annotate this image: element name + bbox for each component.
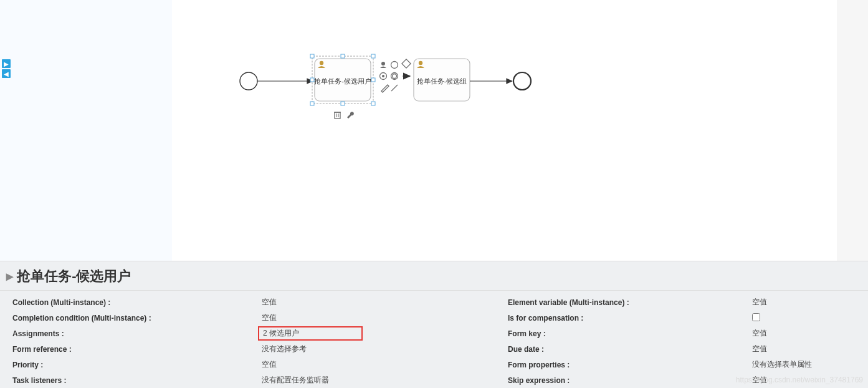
palette-toggle: ▶ ◀ xyxy=(2,59,11,79)
property-value[interactable]: 空值 xyxy=(748,328,868,339)
property-row[interactable]: Assignments :2 候选用户 xyxy=(0,326,508,341)
property-row[interactable]: Due date :空值 xyxy=(508,341,868,357)
properties-col-left: Collection (Multi-instance) :空值Completio… xyxy=(0,294,508,388)
svg-point-16 xyxy=(393,74,397,79)
property-value[interactable]: 没有选择参考 xyxy=(258,344,508,354)
gateway-icon[interactable] xyxy=(402,59,411,68)
user-icon[interactable] xyxy=(380,62,386,68)
bpmn-diagram[interactable]: 抢单任务-候选用户 xyxy=(172,0,836,261)
palette-collapse-icon[interactable]: ◀ xyxy=(2,69,11,78)
svg-rect-9 xyxy=(335,112,340,119)
property-label: Collection (Multi-instance) : xyxy=(0,298,258,307)
property-label: Completion condition (Multi-instance) : xyxy=(0,314,258,323)
property-label: Form properties : xyxy=(508,361,748,369)
user-task-1-label: 抢单任务-候选用户 xyxy=(314,77,371,85)
property-value[interactable]: 没有选择表单属性 xyxy=(748,359,868,370)
property-value[interactable] xyxy=(748,313,868,323)
property-label: Is for compensation : xyxy=(508,314,748,323)
property-value[interactable]: 空值 xyxy=(258,359,508,370)
event-icon[interactable] xyxy=(391,62,398,69)
watermark: https://blog.csdn.net/weixin_37481769 xyxy=(736,376,863,384)
end-event[interactable] xyxy=(513,72,531,90)
property-value[interactable]: 空值 xyxy=(748,297,868,308)
property-row[interactable]: Form key :空值 xyxy=(508,326,868,341)
property-row[interactable]: Element variable (Multi-instance) :空值 xyxy=(508,294,868,310)
wrench-icon[interactable] xyxy=(347,112,354,119)
svg-rect-5 xyxy=(371,78,375,82)
svg-point-17 xyxy=(419,61,422,65)
svg-rect-6 xyxy=(310,102,314,105)
svg-point-15 xyxy=(382,75,384,77)
property-label: Element variable (Multi-instance) : xyxy=(508,298,748,307)
delete-icon[interactable] xyxy=(334,112,341,119)
svg-point-0 xyxy=(320,61,323,65)
svg-rect-8 xyxy=(371,102,375,105)
palette-expand-icon[interactable]: ▶ xyxy=(2,59,11,68)
start-event[interactable] xyxy=(240,72,257,90)
property-label: Skip expression : xyxy=(508,376,748,385)
property-row[interactable]: Form reference :没有选择参考 xyxy=(0,341,508,357)
svg-rect-4 xyxy=(310,78,314,82)
association-icon[interactable] xyxy=(391,85,398,91)
svg-rect-14 xyxy=(402,59,411,68)
svg-rect-3 xyxy=(371,54,375,58)
canvas-main[interactable]: 抢单任务-候选用户 xyxy=(172,0,836,261)
property-row[interactable]: Is for compensation : xyxy=(508,310,868,326)
canvas-area: 抢单任务-候选用户 xyxy=(0,0,868,261)
property-value[interactable]: 空值 xyxy=(258,313,508,323)
canvas-right-gutter xyxy=(837,0,868,261)
property-value[interactable]: 空值 xyxy=(748,344,868,354)
svg-point-13 xyxy=(381,62,385,65)
property-value[interactable]: 没有配置任务监听器 xyxy=(258,375,508,386)
annotation-icon[interactable] xyxy=(381,85,389,92)
properties-panel: ▸ 抢单任务-候选用户 Collection (Multi-instance) … xyxy=(0,261,868,388)
property-value-highlighted[interactable]: 2 候选用户 xyxy=(258,326,363,341)
property-row[interactable]: Collection (Multi-instance) :空值 xyxy=(0,294,508,310)
property-label: Assignments : xyxy=(0,329,258,338)
panel-title: ▸ 抢单任务-候选用户 xyxy=(0,261,868,291)
svg-rect-2 xyxy=(341,54,345,58)
properties-col-right: Element variable (Multi-instance) :空值Is … xyxy=(508,294,868,388)
panel-title-text: 抢单任务-候选用户 xyxy=(17,268,131,284)
property-checkbox[interactable] xyxy=(752,313,760,321)
property-label: Form key : xyxy=(508,329,748,338)
canvas-left-gutter xyxy=(0,0,172,261)
context-palette xyxy=(380,59,411,92)
property-label: Task listeners : xyxy=(0,376,258,385)
property-row[interactable]: Priority :空值 xyxy=(0,357,508,372)
property-row[interactable]: Completion condition (Multi-instance) :空… xyxy=(0,310,508,326)
property-label: Priority : xyxy=(0,361,258,369)
svg-rect-7 xyxy=(341,102,345,105)
properties-body: Collection (Multi-instance) :空值Completio… xyxy=(0,291,868,388)
property-value[interactable]: 2 候选用户 xyxy=(258,326,508,341)
property-label: Due date : xyxy=(508,345,748,354)
svg-rect-1 xyxy=(310,54,314,58)
property-value[interactable]: 空值 xyxy=(258,297,508,308)
property-row[interactable]: Form properties :没有选择表单属性 xyxy=(508,357,868,372)
property-row[interactable]: Task listeners :没有配置任务监听器 xyxy=(0,372,508,388)
user-task-2-label: 抢单任务-候选组 xyxy=(417,77,467,85)
property-label: Form reference : xyxy=(0,345,258,354)
app-root: 抢单任务-候选用户 xyxy=(0,0,868,388)
